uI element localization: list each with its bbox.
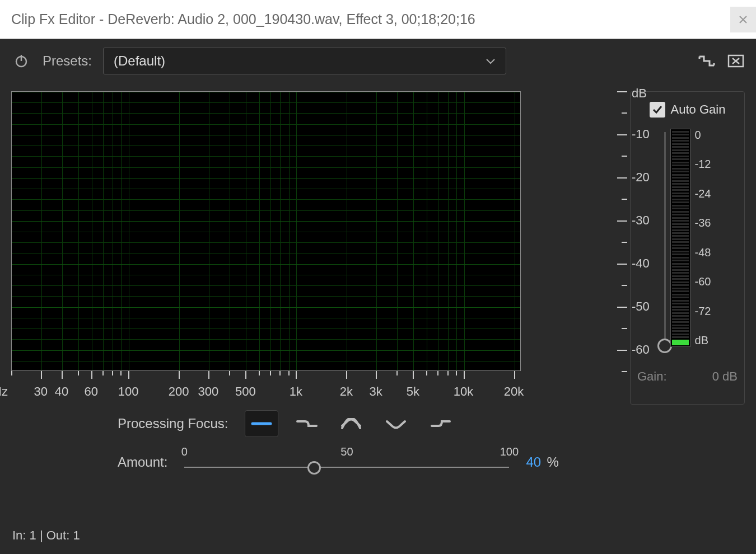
gain-label: Gain: <box>637 369 667 384</box>
focus-notch-button[interactable] <box>379 410 413 437</box>
preset-dropdown[interactable]: (Default) <box>103 48 506 74</box>
amount-slider-thumb[interactable] <box>307 461 321 475</box>
window-title: Clip Fx Editor - DeReverb: Audio 2, 000_… <box>11 11 475 27</box>
preset-selected-text: (Default) <box>114 53 165 69</box>
hz-unit-label: Hz <box>0 384 8 399</box>
routing-icon-button[interactable] <box>698 52 716 70</box>
spectrum-display[interactable] <box>11 91 521 371</box>
auto-gain-label: Auto Gain <box>671 102 726 117</box>
amount-row: Amount: 0 50 100 40 % <box>118 451 745 473</box>
chevron-down-icon <box>486 58 496 64</box>
gain-value: 0 dB <box>712 369 738 384</box>
power-toggle[interactable] <box>11 51 31 71</box>
meter-fill <box>672 340 689 345</box>
processing-focus-label: Processing Focus: <box>118 416 228 431</box>
focus-all-button[interactable] <box>245 410 278 437</box>
toolbar: Presets: (Default) <box>11 48 745 74</box>
focus-peak-button[interactable] <box>334 410 368 437</box>
amount-value[interactable]: 40 <box>526 454 541 470</box>
processing-focus-row: Processing Focus: <box>118 410 745 437</box>
amount-unit: % <box>547 454 559 470</box>
slider-tick-mid: 50 <box>340 445 353 458</box>
presets-label: Presets: <box>43 53 92 69</box>
gain-slider[interactable] <box>664 132 666 345</box>
amount-label: Amount: <box>118 454 167 470</box>
slider-tick-min: 0 <box>181 445 188 458</box>
io-status: In: 1 | Out: 1 <box>12 528 80 543</box>
close-button[interactable] <box>730 7 756 32</box>
hz-axis: Hz 3040601002003005001k2k3k5k10k20k <box>11 371 521 405</box>
meter-scale: 0-12-24-36-48-60-72dB <box>695 129 711 347</box>
delete-preset-button[interactable] <box>727 52 745 70</box>
focus-lowshelf-button[interactable] <box>290 410 323 437</box>
window-titlebar: Clip Fx Editor - DeReverb: Audio 2, 000_… <box>0 0 756 39</box>
spectrum-panel: dB-10-20-30-40-50-60 Hz 3040601002003005… <box>11 91 616 405</box>
slider-tick-max: 100 <box>500 445 519 458</box>
level-meter <box>670 129 690 347</box>
amount-slider[interactable]: 0 50 100 <box>184 451 509 473</box>
db-axis: dB-10-20-30-40-50-60 <box>622 91 655 371</box>
focus-highshelf-button[interactable] <box>424 410 458 437</box>
